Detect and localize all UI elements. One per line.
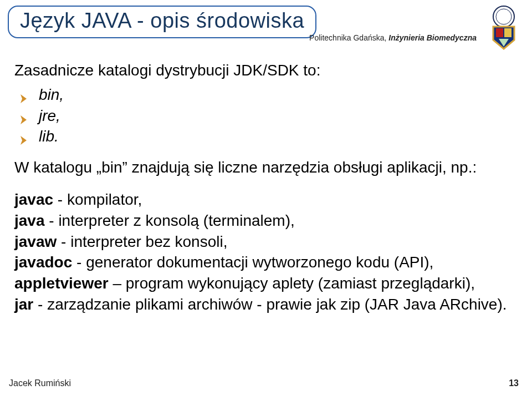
chevron-right-icon bbox=[19, 89, 30, 100]
tool-line: javaw - interpreter bez konsoli, bbox=[14, 231, 518, 252]
catalog-list: bin, jre, lib. bbox=[19, 84, 518, 147]
svg-point-1 bbox=[496, 9, 511, 24]
list-item: jre, bbox=[19, 105, 518, 126]
tool-desc: - interpreter z konsolą (terminalem), bbox=[45, 212, 295, 229]
tool-desc: - kompilator, bbox=[53, 191, 142, 208]
list-item-label: lib. bbox=[39, 128, 59, 145]
slide: Język JAVA - opis środowiska Politechnik… bbox=[0, 0, 532, 395]
footer-page-number: 13 bbox=[509, 378, 519, 388]
tool-line: java - interpreter z konsolą (terminalem… bbox=[14, 210, 518, 231]
tool-line: jar - zarządzanie plikami archiwów - pra… bbox=[14, 294, 518, 315]
tool-name: javac bbox=[14, 191, 53, 208]
tool-name: java bbox=[14, 212, 45, 229]
tool-line: appletviewer – program wykonujący aplety… bbox=[14, 273, 518, 294]
page-title: Język JAVA - opis środowiska bbox=[20, 9, 304, 33]
chevron-right-icon bbox=[19, 110, 30, 121]
tools-list: javac - kompilator, java - interpreter z… bbox=[14, 189, 518, 315]
affiliation-dept: Inżynieria Biomedyczna bbox=[388, 33, 477, 42]
paragraph-2: W katalogu „bin” znajdują się liczne nar… bbox=[14, 157, 518, 178]
tool-line: javac - kompilator, bbox=[14, 189, 518, 210]
intro-text: Zasadnicze katalogi dystrybucji JDK/SDK … bbox=[14, 60, 518, 81]
footer-author: Jacek Rumiński bbox=[9, 378, 71, 388]
tool-name: javadoc bbox=[14, 254, 72, 271]
tool-desc: - generator dokumentacji wytworzonego ko… bbox=[72, 254, 433, 271]
chevron-right-icon bbox=[19, 130, 30, 141]
university-crest bbox=[485, 6, 522, 50]
tool-name: appletviewer bbox=[14, 275, 109, 292]
content-area: Zasadnicze katalogi dystrybucji JDK/SDK … bbox=[14, 60, 518, 315]
list-item-label: bin, bbox=[39, 86, 64, 103]
svg-rect-3 bbox=[504, 28, 511, 37]
svg-rect-2 bbox=[496, 28, 503, 37]
tool-desc: - interpreter bez konsoli, bbox=[57, 233, 227, 250]
tool-name: jar bbox=[14, 296, 33, 313]
tool-line: javadoc - generator dokumentacji wytworz… bbox=[14, 252, 518, 273]
tool-desc: - zarządzanie plikami archiwów - prawie … bbox=[33, 296, 507, 313]
title-box: Język JAVA - opis środowiska bbox=[8, 6, 316, 38]
affiliation-org: Politechnika Gdańska, bbox=[309, 33, 388, 42]
tool-desc: – program wykonujący aplety (zamiast prz… bbox=[109, 275, 475, 292]
svg-point-0 bbox=[493, 6, 514, 27]
list-item: bin, bbox=[19, 84, 518, 105]
list-item: lib. bbox=[19, 126, 518, 147]
affiliation: Politechnika Gdańska, Inżynieria Biomedy… bbox=[309, 33, 477, 42]
tool-name: javaw bbox=[14, 233, 57, 250]
list-item-label: jre, bbox=[39, 107, 60, 124]
